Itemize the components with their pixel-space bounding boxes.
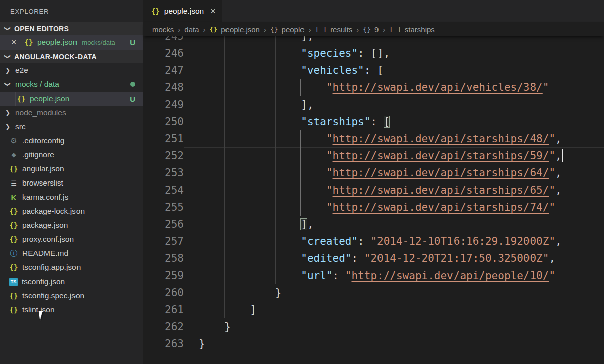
breadcrumb-item-results[interactable]: [ ]results bbox=[315, 25, 353, 34]
code-line[interactable]: 257 "created": "2014-12-10T16:16:29.1920… bbox=[143, 233, 604, 250]
open-editor-file-path: mocks/data bbox=[82, 39, 115, 46]
line-content[interactable]: ], bbox=[184, 36, 604, 45]
tree-item-package-lock-json[interactable]: {}package-lock.json bbox=[0, 204, 143, 218]
code-line[interactable]: 246 "species": [], bbox=[143, 45, 604, 62]
breadcrumb-label: people.json bbox=[221, 25, 260, 34]
tab-people-json[interactable]: {} people.json × bbox=[143, 0, 222, 22]
project-root-header[interactable]: ❯ ANGULAR-MOCK-DATA bbox=[0, 50, 143, 63]
url-link[interactable]: http://swapi.dev/api/starships/59/ bbox=[333, 150, 549, 162]
list-icon: ☰ bbox=[9, 179, 18, 187]
code-line[interactable]: 245 ], bbox=[143, 36, 604, 45]
line-content[interactable]: "http://swapi.dev/api/starships/48/", bbox=[184, 130, 604, 147]
code-line[interactable]: 249 ], bbox=[143, 96, 604, 113]
code-token: " bbox=[326, 81, 333, 94]
tree-item-tsconfig-spec-json[interactable]: {}tsconfig.spec.json bbox=[0, 289, 143, 303]
code-line[interactable]: 260 } bbox=[143, 284, 604, 301]
code-token: "species" bbox=[300, 47, 358, 59]
line-content[interactable]: ] bbox=[184, 301, 604, 318]
close-icon[interactable]: × bbox=[11, 38, 20, 47]
close-icon[interactable]: × bbox=[210, 7, 216, 16]
indent-guide bbox=[250, 36, 250, 45]
open-editor-item-people-json[interactable]: × {} people.json mocks/data U bbox=[0, 35, 143, 50]
tree-item-angular-json[interactable]: {}angular.json bbox=[0, 162, 143, 176]
code-token: "url" bbox=[300, 269, 332, 282]
tree-item-karma-conf-js[interactable]: Kkarma.conf.js bbox=[0, 190, 143, 204]
breadcrumb-label: people bbox=[282, 25, 305, 34]
tree-item-browserslist[interactable]: ☰browserslist bbox=[0, 176, 143, 190]
breadcrumb-item-9[interactable]: {}9 bbox=[363, 25, 379, 34]
url-link[interactable]: http://swapi.dev/api/people/10/ bbox=[351, 269, 549, 282]
line-content[interactable]: } bbox=[184, 284, 604, 301]
tree-item-proxy-conf-json[interactable]: {}proxy.conf.json bbox=[0, 232, 143, 246]
line-number: 251 bbox=[143, 130, 184, 147]
code-line[interactable]: 258 "edited": "2014-12-20T21:17:50.32500… bbox=[143, 250, 604, 267]
code-token bbox=[199, 201, 326, 213]
line-content[interactable]: ], bbox=[184, 216, 604, 233]
line-content[interactable]: } bbox=[184, 318, 604, 335]
url-link[interactable]: http://swapi.dev/api/vehicles/38/ bbox=[333, 81, 543, 94]
breadcrumb-item-mocks[interactable]: mocks bbox=[152, 25, 174, 34]
indent-guide bbox=[275, 113, 276, 130]
open-editors-header[interactable]: ❯ OPEN EDITORS bbox=[0, 22, 143, 35]
line-content[interactable]: } bbox=[184, 335, 604, 352]
line-content[interactable]: "edited": "2014-12-20T21:17:50.325000Z", bbox=[184, 250, 604, 267]
code-line[interactable]: 251 "http://swapi.dev/api/starships/48/"… bbox=[143, 130, 604, 147]
indent-guide bbox=[224, 284, 225, 301]
tree-item-readme-md[interactable]: ⓘREADME.md bbox=[0, 246, 143, 260]
tree-item-mocks-data[interactable]: ❯mocks / data bbox=[0, 77, 143, 92]
code-line[interactable]: 261 ] bbox=[143, 301, 604, 318]
tree-item-gitignore[interactable]: ◆.gitignore bbox=[0, 148, 143, 162]
tree-item-package-json[interactable]: {}package.json bbox=[0, 218, 143, 232]
code-line[interactable]: 248 "http://swapi.dev/api/vehicles/38/" bbox=[143, 79, 604, 96]
tree-item-tsconfig-json[interactable]: TStsconfig.json bbox=[0, 275, 143, 289]
code-line[interactable]: 255 "http://swapi.dev/api/starships/74/" bbox=[143, 199, 604, 216]
breadcrumb-item-people-json[interactable]: {}people.json bbox=[210, 25, 260, 34]
indent-guide bbox=[250, 250, 250, 267]
indent-guide bbox=[300, 147, 301, 164]
url-link[interactable]: http://swapi.dev/api/starships/64/ bbox=[333, 167, 549, 179]
tree-item-label: karma.conf.js bbox=[22, 193, 68, 202]
code-line[interactable]: 262 } bbox=[143, 318, 604, 335]
line-content[interactable]: "starships": [ bbox=[184, 113, 604, 130]
line-content[interactable]: "created": "2014-12-10T16:16:29.192000Z"… bbox=[184, 233, 604, 250]
breadcrumb-item-starships[interactable]: [ ]starships bbox=[389, 25, 435, 34]
line-content[interactable]: "vehicles": [ bbox=[184, 62, 604, 79]
code-line[interactable]: 253 "http://swapi.dev/api/starships/64/"… bbox=[143, 164, 604, 181]
tree-item-label: tsconfig.spec.json bbox=[22, 291, 84, 300]
code-editor[interactable]: 245 ],246 "species": [],247 "vehicles": … bbox=[143, 36, 604, 364]
line-content[interactable]: "http://swapi.dev/api/starships/59/", bbox=[184, 147, 604, 164]
tree-item-src[interactable]: ❯src bbox=[0, 120, 143, 134]
line-content[interactable]: "http://swapi.dev/api/starships/74/" bbox=[184, 199, 604, 216]
chevron-separator-icon: › bbox=[383, 25, 385, 34]
tree-item-e2e[interactable]: ❯e2e bbox=[0, 63, 143, 77]
code-line[interactable]: 252 "http://swapi.dev/api/starships/59/"… bbox=[143, 147, 604, 164]
line-content[interactable]: "http://swapi.dev/api/starships/65/", bbox=[184, 181, 604, 199]
line-number: 257 bbox=[143, 233, 184, 250]
url-link[interactable]: http://swapi.dev/api/starships/48/ bbox=[333, 133, 549, 145]
line-content[interactable]: "url": "http://swapi.dev/api/people/10/" bbox=[184, 267, 604, 284]
line-content[interactable]: "species": [], bbox=[184, 45, 604, 62]
breadcrumb-item-people[interactable]: {}people bbox=[270, 25, 305, 34]
tree-item-people-json[interactable]: {}people.jsonU bbox=[0, 92, 143, 106]
code-line[interactable]: 254 "http://swapi.dev/api/starships/65/"… bbox=[143, 181, 604, 199]
code-line[interactable]: 256 ], bbox=[143, 216, 604, 233]
code-line[interactable]: 263} bbox=[143, 335, 604, 352]
line-content[interactable]: "http://swapi.dev/api/vehicles/38/" bbox=[184, 79, 604, 96]
tree-item-tslint-json[interactable]: {}tslint.json bbox=[0, 303, 143, 317]
code-line[interactable]: 247 "vehicles": [ bbox=[143, 62, 604, 79]
line-content[interactable]: ], bbox=[184, 96, 604, 113]
indent-guide bbox=[275, 199, 276, 216]
code-line[interactable]: 250 "starships": [ bbox=[143, 113, 604, 130]
url-link[interactable]: http://swapi.dev/api/starships/65/ bbox=[333, 184, 549, 196]
bracket-match: ] bbox=[300, 218, 307, 230]
code-line[interactable]: 259 "url": "http://swapi.dev/api/people/… bbox=[143, 267, 604, 284]
tree-item-node-modules[interactable]: ❯node_modules bbox=[0, 106, 143, 120]
indent-guide bbox=[250, 45, 250, 62]
tree-item-tsconfig-app-json[interactable]: {}tsconfig.app.json bbox=[0, 260, 143, 275]
breadcrumb-item-data[interactable]: data bbox=[184, 25, 199, 34]
url-link[interactable]: http://swapi.dev/api/starships/74/ bbox=[333, 201, 549, 213]
line-content[interactable]: "http://swapi.dev/api/starships/64/", bbox=[184, 164, 604, 181]
code-token: "created" bbox=[300, 235, 358, 247]
explorer-sidebar: EXPLORER ❯ OPEN EDITORS × {} people.json… bbox=[0, 0, 143, 364]
tree-item-editorconfig[interactable]: ⚙.editorconfig bbox=[0, 134, 143, 148]
